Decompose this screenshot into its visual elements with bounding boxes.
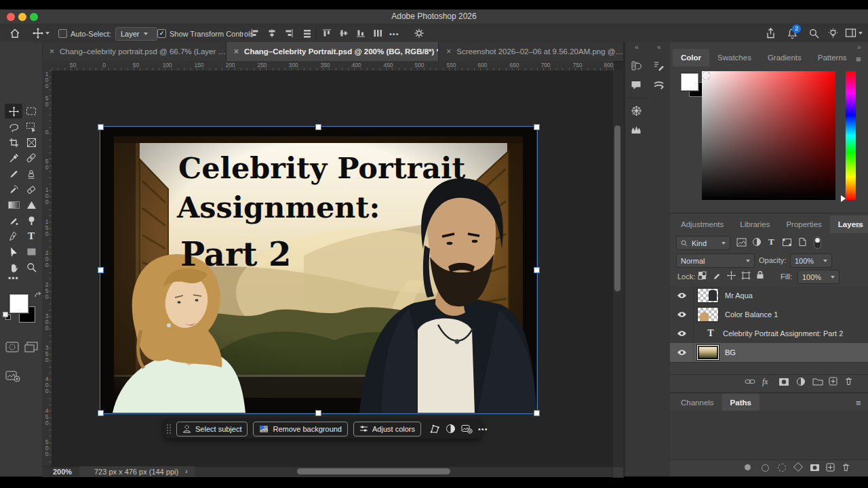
generate-image-icon[interactable] [461,424,473,434]
layers-panel-menu-icon[interactable]: ≡ [856,220,861,230]
gradient-tool[interactable] [5,197,22,212]
remove-background-button[interactable]: Remove background [253,422,348,436]
discover-lightbulb-icon[interactable] [827,28,839,39]
layer-styles-fx-icon[interactable]: fx [762,377,768,387]
frame-tool[interactable] [22,135,40,150]
tab-adjustments[interactable]: Adjustments [673,216,732,233]
object-selection-tool[interactable] [22,119,40,134]
transform-handle-middle-left[interactable] [98,267,104,273]
path-selection-tool[interactable] [5,244,22,259]
histogram-panel-icon[interactable] [626,121,646,138]
vertical-scrollbar-thumb[interactable] [614,125,620,291]
document-tab-3[interactable]: × Screenshot 2026–02–06 at 9.56.20AM.png… [439,42,624,61]
align-right-icon[interactable] [283,28,294,38]
search-icon[interactable] [808,28,820,39]
lock-pixels-icon[interactable] [713,271,722,280]
link-layers-icon[interactable] [745,378,755,385]
layer-row-bg[interactable]: BG [670,343,868,363]
transform-icon[interactable] [429,424,440,434]
opacity-dropdown[interactable]: 100% [790,253,832,268]
crop-tool[interactable] [5,135,22,150]
layer-row-text[interactable]: T Celebrity Portrait Assignment: Part 2 [670,324,868,344]
transform-handle-bottom-right[interactable] [534,410,540,416]
layer-visibility-eye-icon[interactable] [670,286,694,305]
brushes-panel-icon[interactable] [648,76,669,94]
new-adjustment-layer-icon[interactable] [796,377,806,386]
layer-visibility-eye-icon[interactable] [670,305,694,324]
marquee-tool[interactable] [22,104,40,119]
generative-image-icon[interactable] [5,370,20,382]
gear-icon[interactable] [414,28,425,39]
lock-artboard-icon[interactable] [741,271,751,280]
zoom-tool[interactable] [22,260,40,274]
filter-toggle[interactable] [814,237,821,249]
shape-triangle-tool[interactable] [22,197,40,212]
adjust-colors-button[interactable]: Adjust colors [353,422,421,436]
default-colors-icon[interactable] [3,312,11,320]
filter-type-layers-icon[interactable]: T [768,237,774,247]
layer-thumbnail[interactable] [697,307,719,322]
close-tab-icon[interactable]: × [234,47,239,56]
stroke-path-icon[interactable] [762,464,769,472]
layer-thumbnail[interactable] [697,345,719,360]
filter-shape-layers-icon[interactable] [782,238,792,247]
collapse-dock-icon[interactable]: « [657,43,661,51]
expand-dock-icon[interactable]: » [857,43,861,51]
history-brush-tool[interactable] [5,182,22,197]
tab-color[interactable]: Color [673,49,709,66]
lock-position-icon[interactable] [727,271,736,280]
eyedropper-tool[interactable] [5,150,22,165]
new-group-folder-icon[interactable] [812,378,823,386]
horizontal-scrollbar-thumb[interactable] [297,468,450,474]
home-icon[interactable] [9,28,20,39]
navigator-panel-icon[interactable] [626,102,646,119]
distribute-horizontal-icon[interactable] [302,28,313,38]
type-tool[interactable]: T [22,228,40,243]
transform-handle-bottom-center[interactable] [315,410,321,416]
tab-paths[interactable]: Paths [722,394,760,411]
delete-path-trash-icon[interactable] [842,463,850,472]
move-tool-option-icon[interactable] [33,28,50,39]
show-transform-checkbox[interactable]: ✓ [157,29,166,38]
collapse-dock-icon[interactable]: « [635,43,639,51]
filter-pixel-layers-icon[interactable] [736,238,747,247]
paths-panel-menu-icon[interactable]: ≡ [856,398,861,408]
move-tool[interactable] [5,104,22,119]
rectangle-tool[interactable] [22,244,40,259]
workspace-switcher-icon[interactable] [845,28,863,38]
zoom-level[interactable]: 200% [53,468,72,476]
path-mask-icon[interactable] [810,464,820,472]
filter-adjustment-layers-icon[interactable] [752,237,762,247]
new-layer-icon[interactable] [829,377,837,386]
tab-swatches[interactable]: Swatches [709,49,760,66]
canvas-image[interactable]: Celebrity Portrait Assignment: Part 2 [100,127,536,413]
document-tab-2[interactable]: × Chang–Celebrity Portrait.psd @ 200% (B… [226,42,439,61]
hue-slider-pointer[interactable] [841,195,846,202]
pen-tool[interactable] [5,228,22,243]
dodge-tool[interactable] [22,213,40,228]
healing-brush-tool[interactable] [22,150,40,165]
transform-handle-bottom-left[interactable] [98,410,104,416]
align-bottom-icon[interactable] [355,28,366,38]
transform-handle-middle-right[interactable] [534,267,540,273]
share-icon[interactable] [765,28,776,39]
align-center-horizontal-icon[interactable] [267,28,277,38]
align-top-icon[interactable] [321,28,332,38]
path-as-selection-icon[interactable] [778,464,786,472]
new-path-icon[interactable] [826,463,835,472]
filter-smart-objects-icon[interactable] [798,237,807,247]
layer-row-mr-aqua[interactable]: Mr Aqua [670,286,868,306]
lasso-tool[interactable] [5,119,22,134]
layer-visibility-eye-icon[interactable] [670,324,694,343]
transform-handle-top-center[interactable] [315,124,321,130]
blend-mode-dropdown[interactable]: Normal [676,253,755,268]
edit-toolbar-icon[interactable]: ••• [8,274,19,283]
clone-stamp-tool[interactable] [22,166,40,181]
layer-visibility-eye-icon[interactable] [670,343,694,362]
tab-libraries[interactable]: Libraries [732,216,778,233]
add-layer-mask-icon[interactable] [778,378,789,386]
hue-slider[interactable] [846,71,856,200]
auto-select-checkbox[interactable] [58,29,67,38]
taskbar-drag-handle[interactable] [167,424,171,434]
document-tab-1[interactable]: × Chang–celebrity portrait.psd @ 66.7% (… [42,42,226,61]
